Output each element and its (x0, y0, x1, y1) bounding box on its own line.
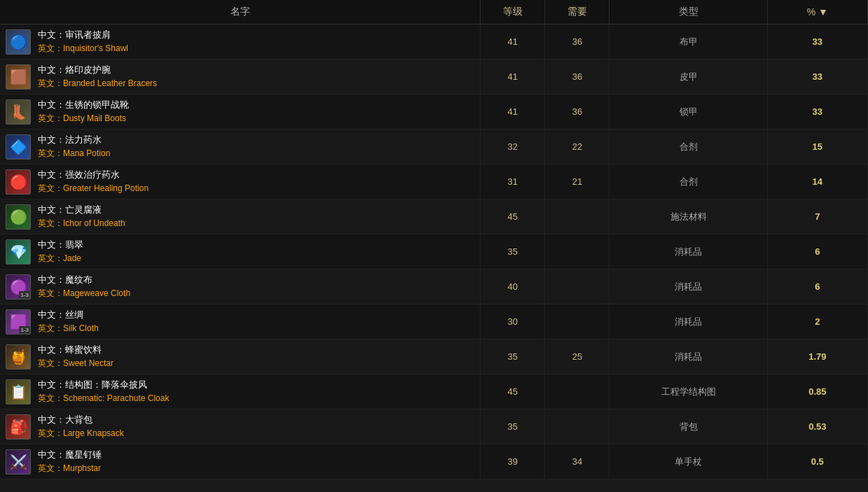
item-req (545, 409, 609, 444)
item-pct: 14 (767, 164, 867, 199)
item-type: 合剂 (609, 164, 767, 199)
item-pct: 33 (767, 24, 867, 59)
item-level: 40 (481, 269, 545, 304)
table-row[interactable]: ⚔️中文：魔星钉锤英文：Murphstar3934单手杖0.5 (0, 444, 868, 479)
item-name-cell: 🔷中文：法力药水英文：Mana Potion (0, 129, 481, 164)
item-req (545, 304, 609, 339)
item-name-en: 英文：Mana Potion (38, 148, 110, 160)
item-name-cn: 中文：蜂蜜饮料 (38, 344, 113, 356)
item-name-cn: 中文：强效治疗药水 (38, 169, 149, 181)
item-name-cn: 中文：魔星钉锤 (38, 449, 102, 461)
item-level: 41 (481, 24, 545, 59)
item-level: 30 (481, 304, 545, 339)
header-level: 等级 (481, 0, 545, 24)
item-name-cell: 🟢中文：亡灵腐液英文：Ichor of Undeath (0, 199, 481, 234)
table-row[interactable]: 💎中文：翡翠英文：Jade35消耗品6 (0, 234, 868, 269)
item-name-en: 英文：Dusty Mail Boots (38, 113, 129, 125)
item-req (545, 199, 609, 234)
item-name-cell: 🔴中文：强效治疗药水英文：Greater Healing Potion (0, 164, 481, 199)
item-name-cell: 💎中文：翡翠英文：Jade (0, 234, 481, 269)
item-names: 中文：魔星钉锤英文：Murphstar (38, 449, 102, 475)
table-row[interactable]: 👢中文：生锈的锁甲战靴英文：Dusty Mail Boots4136锁甲33 (0, 94, 868, 129)
item-pct: 33 (767, 94, 867, 129)
item-level: 35 (481, 409, 545, 444)
table-row[interactable]: 🔴中文：强效治疗药水英文：Greater Healing Potion3121合… (0, 164, 868, 199)
item-name-en: 英文：Sweet Nectar (38, 358, 113, 370)
item-req: 36 (545, 59, 609, 94)
item-name-cell: 🟪1-3中文：丝绸英文：Silk Cloth (0, 304, 481, 339)
table-row[interactable]: 🟫中文：烙印皮护腕英文：Branded Leather Bracers4136皮… (0, 59, 868, 94)
item-icon: 🔵 (6, 29, 31, 55)
header-type: 类型 (609, 0, 767, 24)
item-icon: 🟪1-3 (6, 309, 31, 335)
item-icon: 💎 (6, 239, 31, 265)
item-req: 21 (545, 164, 609, 199)
item-pct: 0.53 (767, 409, 867, 444)
item-pct: 6 (767, 269, 867, 304)
item-name-cell: 🔵中文：审讯者披肩英文：Inquisitor's Shawl (0, 24, 481, 59)
item-name-cell: 🟫中文：烙印皮护腕英文：Branded Leather Bracers (0, 59, 481, 94)
item-pct: 0.5 (767, 444, 867, 479)
item-names: 中文：审讯者披肩英文：Inquisitor's Shawl (38, 29, 128, 55)
item-name-cell: 🟣1-3中文：魔纹布英文：Mageweave Cloth (0, 269, 481, 304)
item-req: 25 (545, 339, 609, 374)
item-level: 45 (481, 374, 545, 409)
table-row[interactable]: 📋中文：结构图：降落伞披风英文：Schematic: Parachute Clo… (0, 374, 868, 409)
table-row[interactable]: 🔵中文：审讯者披肩英文：Inquisitor's Shawl4136布甲33 (0, 24, 868, 59)
item-name-cn: 中文：烙印皮护腕 (38, 64, 157, 76)
item-level: 35 (481, 339, 545, 374)
item-name-cn: 中文：亡灵腐液 (38, 204, 125, 216)
item-names: 中文：魔纹布英文：Mageweave Cloth (38, 274, 130, 300)
item-name-en: 英文：Mageweave Cloth (38, 288, 130, 300)
item-level: 41 (481, 59, 545, 94)
item-name-cn: 中文：魔纹布 (38, 274, 130, 286)
item-level: 32 (481, 129, 545, 164)
item-name-cell: ⚔️中文：魔星钉锤英文：Murphstar (0, 444, 481, 479)
item-type: 合剂 (609, 129, 767, 164)
header-pct: % ▼ (767, 0, 867, 24)
item-type: 消耗品 (609, 269, 767, 304)
item-type: 背包 (609, 409, 767, 444)
header-name: 名字 (0, 0, 481, 24)
table-row[interactable]: 🔷中文：法力药水英文：Mana Potion3222合剂15 (0, 129, 868, 164)
table-row[interactable]: 🍯中文：蜂蜜饮料英文：Sweet Nectar3525消耗品1.79 (0, 339, 868, 374)
table-row[interactable]: 🟢中文：亡灵腐液英文：Ichor of Undeath45施法材料7 (0, 199, 868, 234)
item-pct: 0.85 (767, 374, 867, 409)
loot-table: 名字 等级 需要 类型 % ▼ 🔵中文：审讯者披肩英文：Inquisitor's… (0, 0, 868, 479)
item-name-en: 英文：Schematic: Parachute Cloak (38, 393, 169, 405)
item-pct: 2 (767, 304, 867, 339)
item-pct: 33 (767, 59, 867, 94)
item-names: 中文：法力药水英文：Mana Potion (38, 134, 110, 160)
item-name-cn: 中文：大背包 (38, 414, 124, 426)
item-req (545, 234, 609, 269)
item-type: 工程学结构图 (609, 374, 767, 409)
item-icon: 🍯 (6, 344, 31, 370)
item-names: 中文：大背包英文：Large Knapsack (38, 414, 124, 440)
item-pct: 1.79 (767, 339, 867, 374)
item-name-en: 英文：Large Knapsack (38, 428, 124, 440)
item-names: 中文：生锈的锁甲战靴英文：Dusty Mail Boots (38, 99, 129, 125)
table-row[interactable]: 🟪1-3中文：丝绸英文：Silk Cloth30消耗品2 (0, 304, 868, 339)
item-type: 消耗品 (609, 304, 767, 339)
item-name-cn: 中文：审讯者披肩 (38, 29, 128, 41)
item-req: 36 (545, 24, 609, 59)
item-icon: 🟢 (6, 204, 31, 230)
table-row[interactable]: 🟣1-3中文：魔纹布英文：Mageweave Cloth40消耗品6 (0, 269, 868, 304)
item-names: 中文：结构图：降落伞披风英文：Schematic: Parachute Cloa… (38, 379, 169, 405)
item-icon: ⚔️ (6, 449, 31, 475)
table-row[interactable]: 🎒中文：大背包英文：Large Knapsack35背包0.53 (0, 409, 868, 444)
item-pct: 6 (767, 234, 867, 269)
item-icon: 📋 (6, 379, 31, 405)
item-icon: 🟣1-3 (6, 274, 31, 300)
item-pct: 7 (767, 199, 867, 234)
item-name-en: 英文：Silk Cloth (38, 323, 99, 335)
item-pct: 15 (767, 129, 867, 164)
item-type: 皮甲 (609, 59, 767, 94)
item-name-cell: 📋中文：结构图：降落伞披风英文：Schematic: Parachute Clo… (0, 374, 481, 409)
item-name-cn: 中文：结构图：降落伞披风 (38, 379, 169, 391)
item-names: 中文：翡翠英文：Jade (38, 239, 83, 265)
item-level: 41 (481, 94, 545, 129)
item-name-en: 英文：Inquisitor's Shawl (38, 43, 128, 55)
item-req (545, 374, 609, 409)
item-level: 31 (481, 164, 545, 199)
